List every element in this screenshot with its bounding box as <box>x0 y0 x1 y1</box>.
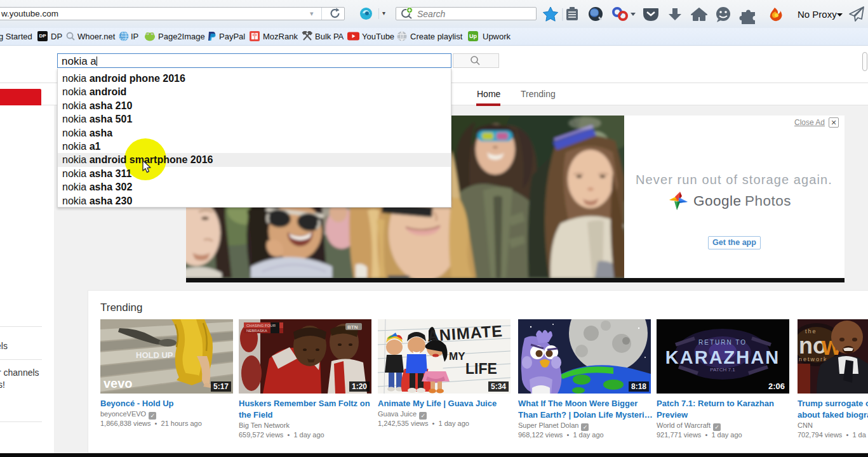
svg-text:Photos: Photos <box>745 193 791 209</box>
svg-text:vevo: vevo <box>103 376 133 390</box>
svg-text:HOLD UP: HOLD UP <box>136 350 173 360</box>
svg-text:Google: Google <box>693 193 742 209</box>
svg-text:network: network <box>799 356 828 362</box>
svg-text:PATCH 7.1: PATCH 7.1 <box>710 367 735 373</box>
svg-text:the: the <box>805 328 817 334</box>
svg-text:NEBRASKA: NEBRASKA <box>246 329 267 333</box>
svg-text:LIFE: LIFE <box>465 361 497 377</box>
svg-text:KARAZHAN: KARAZHAN <box>665 347 780 368</box>
svg-text:MY: MY <box>449 350 465 362</box>
svg-text:No Proxy: No Proxy <box>798 9 837 20</box>
svg-text:RETURN TO: RETURN TO <box>698 339 747 346</box>
svg-text:BTN: BTN <box>347 324 358 330</box>
svg-text:CHASING FOUR: CHASING FOUR <box>246 324 276 328</box>
